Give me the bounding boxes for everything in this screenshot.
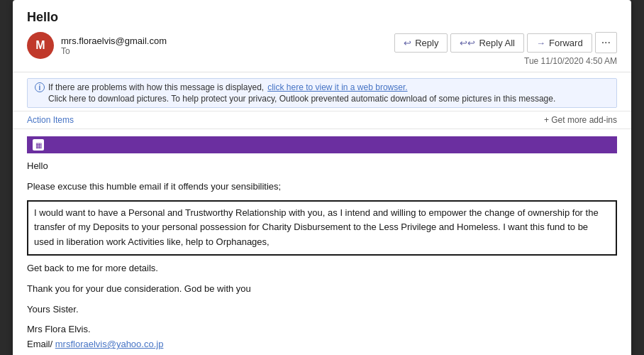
get-addins[interactable]: + Get more add-ins [544,115,617,125]
sender-info: M mrs.floraelvis@gmail.com To [27,32,167,59]
info-icon: i [35,82,45,92]
email-label: Email/ [27,339,52,349]
email-line: Email/ mrsfloraelvis@yahoo.co.jp [27,337,617,352]
email-meta-row: M mrs.floraelvis@gmail.com To ↩ Reply ↩↩… [27,32,617,66]
name-block: Mrs Flora Elvis. Email/ mrsfloraelvis@ya… [27,322,617,352]
info-line-1: i If there are problems with how this me… [35,82,609,92]
purple-bar: ▦ [27,136,617,153]
forward-label: Forward [549,38,583,48]
email-link[interactable]: mrsfloraelvis@yahoo.co.jp [55,339,164,349]
header-right: ↩ Reply ↩↩ Reply All → Forward ··· [394,32,617,66]
reply-icon: ↩ [404,38,411,48]
info-text-2: Click here to download pictures. To help… [48,94,555,104]
reply-all-icon: ↩↩ [460,38,475,48]
info-text-pre: If there are problems with how this mess… [48,82,264,92]
more-label: ··· [601,36,611,49]
email-header: Hello M mrs.floraelvis@gmail.com To ↩ Re… [13,0,631,72]
action-buttons: ↩ Reply ↩↩ Reply All → Forward ··· [394,32,617,53]
reply-all-label: Reply All [479,38,515,48]
info-link[interactable]: click here to view it in a web browser. [267,82,407,92]
avatar: M [27,32,54,59]
email-title: Hello [27,10,617,25]
more-button[interactable]: ··· [595,32,617,53]
reply-label: Reply [415,38,438,48]
email-body: ▦ Hello Please excuse this humble email … [13,129,631,355]
purple-bar-icon: ▦ [33,139,44,151]
email-window: Hello M mrs.floraelvis@gmail.com To ↩ Re… [13,0,631,355]
forward-button[interactable]: → Forward [527,33,592,53]
body-line4: Yours Sister. [27,302,617,317]
action-items-bar: Action Items + Get more add-ins [13,111,631,129]
forward-icon: → [536,38,545,48]
sender-to: To [61,46,167,56]
sender-details: mrs.floraelvis@gmail.com To [61,36,167,56]
body-greeting: Hello [27,159,617,174]
sender-email: mrs.floraelvis@gmail.com [61,36,167,46]
info-bar: i If there are problems with how this me… [27,78,617,108]
reply-button[interactable]: ↩ Reply [394,33,448,53]
highlighted-block: I would want to have a Personal and Trus… [27,200,617,256]
info-line-2: Click here to download pictures. To help… [35,94,609,104]
name-label: Mrs Flora Elvis. [27,322,617,337]
body-line1: Please excuse this humble email if it of… [27,180,617,195]
body-line3: Thank you for your due consideration. Go… [27,282,617,297]
reply-all-button[interactable]: ↩↩ Reply All [450,33,524,53]
action-items-label[interactable]: Action Items [27,115,74,125]
email-timestamp: Tue 11/10/2020 4:50 AM [524,56,617,66]
body-line2: Get back to me for more details. [27,261,617,276]
